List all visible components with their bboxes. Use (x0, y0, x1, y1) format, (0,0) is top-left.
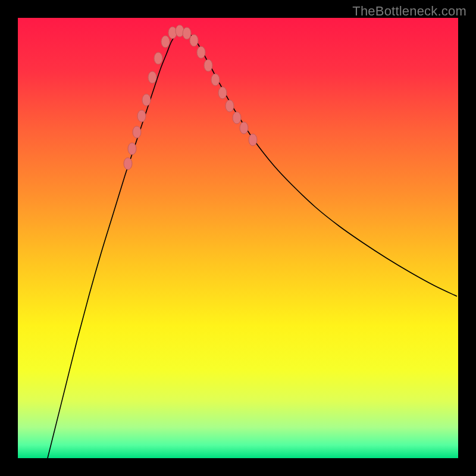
data-dot (190, 35, 198, 46)
data-dot (197, 46, 205, 58)
data-dots (18, 18, 458, 458)
data-dot (133, 126, 141, 138)
data-dot (218, 87, 227, 99)
data-dot (204, 60, 212, 71)
data-dot (249, 134, 257, 146)
data-dot (161, 36, 170, 48)
data-dot (240, 122, 248, 134)
data-dot (211, 74, 220, 86)
data-dot (128, 143, 136, 155)
watermark-text: TheBottleneck.com (352, 4, 466, 19)
data-dot (137, 110, 146, 122)
chart-frame (18, 18, 458, 458)
data-dot (148, 71, 156, 83)
data-dot (226, 100, 234, 112)
data-dot (183, 27, 191, 39)
data-dot (124, 158, 132, 170)
data-dot (154, 52, 162, 64)
data-dot (233, 112, 241, 124)
data-dot (142, 94, 151, 106)
